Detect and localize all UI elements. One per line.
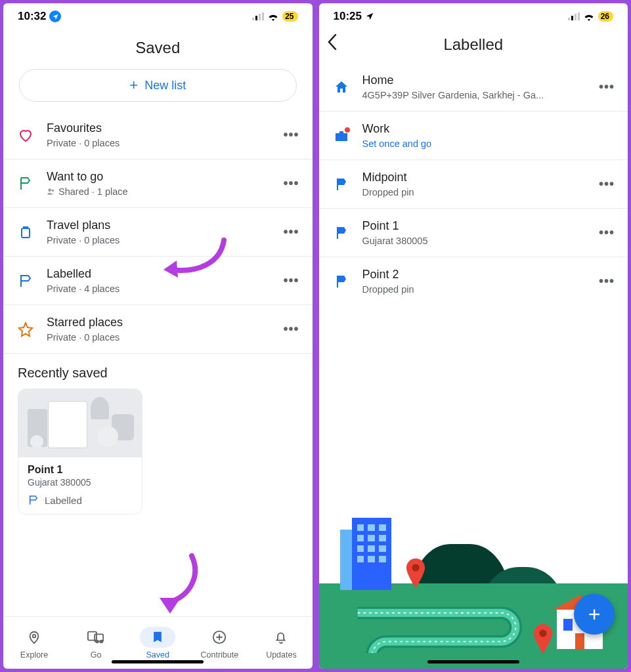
briefcase-icon bbox=[334, 128, 362, 144]
svg-rect-14 bbox=[571, 16, 573, 20]
plus-icon: + bbox=[588, 604, 601, 625]
flag-fill-icon bbox=[334, 177, 362, 192]
nav-label: Contribute bbox=[200, 650, 238, 660]
road-path bbox=[352, 607, 548, 653]
nav-label: Explore bbox=[20, 650, 48, 660]
location-services-icon bbox=[49, 10, 61, 22]
row-title: Midpoint bbox=[362, 171, 599, 184]
status-bar: 10:25 26 bbox=[319, 3, 628, 30]
label-flag-icon bbox=[18, 273, 47, 289]
list-item-favourites[interactable]: Favourites Private · 0 places ••• bbox=[3, 111, 313, 159]
row-title: Want to go bbox=[47, 170, 283, 184]
lists-section: Favourites Private · 0 places ••• Want t… bbox=[3, 111, 313, 616]
more-icon[interactable]: ••• bbox=[283, 127, 299, 142]
svg-rect-6 bbox=[22, 228, 30, 238]
more-icon[interactable]: ••• bbox=[283, 176, 299, 191]
bookmark-icon bbox=[151, 630, 164, 644]
recent-title: Point 1 bbox=[28, 464, 133, 476]
header: Labelled bbox=[319, 30, 628, 63]
add-label-fab[interactable]: + bbox=[574, 594, 615, 635]
more-icon[interactable]: ••• bbox=[599, 225, 615, 240]
labelled-item-midpoint[interactable]: Midpoint Dropped pin ••• bbox=[319, 160, 628, 209]
svg-point-17 bbox=[412, 564, 419, 571]
location-arrow-icon bbox=[365, 12, 374, 21]
row-subtitle: Private · 0 places bbox=[47, 235, 283, 245]
labelled-item-work[interactable]: Work Set once and go bbox=[319, 112, 628, 160]
row-title: Travel plans bbox=[47, 219, 283, 232]
nav-label: Updates bbox=[266, 650, 297, 660]
recently-saved-card[interactable]: Point 1 Gujarat 380005 Labelled bbox=[18, 388, 142, 514]
svg-point-4 bbox=[48, 188, 51, 192]
row-subtitle: Dropped pin bbox=[362, 187, 599, 198]
row-title: Work bbox=[362, 122, 615, 136]
status-time: 10:25 bbox=[334, 10, 362, 23]
row-title: Home bbox=[362, 74, 599, 87]
more-icon[interactable]: ••• bbox=[599, 79, 615, 94]
star-icon bbox=[18, 322, 47, 337]
row-subtitle: Private · 0 places bbox=[47, 138, 283, 148]
row-title: Point 1 bbox=[362, 219, 599, 233]
row-subtitle: Private · 4 places bbox=[47, 284, 283, 294]
svg-rect-13 bbox=[568, 18, 570, 20]
labelled-item-point-1[interactable]: Point 1 Gujarat 380005 ••• bbox=[319, 209, 628, 257]
labelled-item-point-2[interactable]: Point 2 Dropped pin ••• bbox=[319, 257, 628, 305]
svg-point-7 bbox=[33, 634, 36, 637]
recent-sub: Gujarat 380005 bbox=[28, 477, 133, 488]
map-marker-icon bbox=[532, 624, 554, 656]
pin-icon bbox=[27, 630, 41, 644]
status-time: 10:32 bbox=[18, 10, 46, 23]
recent-tag: Labelled bbox=[28, 494, 133, 506]
row-subtitle: Private · 0 places bbox=[47, 332, 283, 343]
row-title: Labelled bbox=[47, 267, 283, 281]
svg-rect-1 bbox=[255, 16, 257, 20]
wifi-icon bbox=[267, 12, 279, 21]
plus-icon: + bbox=[129, 78, 138, 93]
svg-rect-3 bbox=[262, 12, 264, 20]
cellular-icon bbox=[252, 12, 264, 20]
page-title: Saved bbox=[3, 30, 313, 69]
flag-icon bbox=[18, 176, 47, 192]
row-subtitle: 4G5P+39P Silver Gardenia, Sarkhej - Ga..… bbox=[362, 90, 599, 100]
svg-point-5 bbox=[52, 190, 54, 192]
home-indicator[interactable] bbox=[427, 660, 519, 663]
row-subtitle: Dropped pin bbox=[362, 284, 599, 295]
svg-rect-15 bbox=[575, 14, 577, 20]
list-item-labelled[interactable]: Labelled Private · 4 places ••• bbox=[3, 257, 313, 305]
row-title: Starred places bbox=[47, 316, 283, 329]
nav-label: Saved bbox=[146, 650, 169, 660]
more-icon[interactable]: ••• bbox=[283, 273, 299, 288]
row-title: Point 2 bbox=[362, 268, 599, 282]
flag-fill-icon bbox=[334, 274, 362, 289]
list-item-starred-places[interactable]: Starred places Private · 0 places ••• bbox=[3, 305, 313, 354]
recent-thumbnail bbox=[18, 389, 142, 457]
map-marker-icon bbox=[404, 558, 427, 590]
nav-label: Go bbox=[91, 650, 102, 660]
new-list-button[interactable]: + New list bbox=[19, 69, 297, 102]
bell-icon bbox=[274, 630, 288, 644]
row-subtitle: Gujarat 380005 bbox=[362, 236, 599, 246]
transit-icon bbox=[87, 630, 104, 644]
more-icon[interactable]: ••• bbox=[599, 274, 615, 289]
more-icon[interactable]: ••• bbox=[283, 322, 299, 337]
nav-updates[interactable]: Updates bbox=[250, 617, 312, 669]
more-icon[interactable]: ••• bbox=[283, 224, 299, 240]
row-title: Favourites bbox=[47, 121, 283, 135]
list-item-want-to-go[interactable]: Want to go Shared · 1 place ••• bbox=[3, 159, 313, 208]
page-title: Labelled bbox=[327, 35, 620, 54]
svg-rect-0 bbox=[252, 18, 254, 20]
notification-dot-icon bbox=[344, 127, 351, 133]
svg-point-18 bbox=[539, 629, 546, 637]
suitcase-icon bbox=[18, 224, 47, 240]
home-indicator[interactable] bbox=[112, 660, 204, 663]
list-item-travel-plans[interactable]: Travel plans Private · 0 places ••• bbox=[3, 208, 313, 257]
wifi-icon bbox=[583, 12, 595, 21]
svg-rect-16 bbox=[578, 12, 580, 20]
row-subtitle[interactable]: Set once and go bbox=[362, 138, 615, 149]
more-icon[interactable]: ••• bbox=[599, 177, 615, 192]
labelled-item-home[interactable]: Home 4G5P+39P Silver Gardenia, Sarkhej -… bbox=[319, 63, 628, 112]
phone-left: 10:32 25 Saved + New list Favourites Pri… bbox=[3, 3, 313, 669]
phone-right: 10:25 26 Labelled Home 4G5P+39P Silver G… bbox=[319, 3, 628, 669]
nav-explore[interactable]: Explore bbox=[3, 617, 65, 669]
new-list-label: New list bbox=[144, 79, 186, 93]
heart-icon bbox=[18, 127, 47, 143]
